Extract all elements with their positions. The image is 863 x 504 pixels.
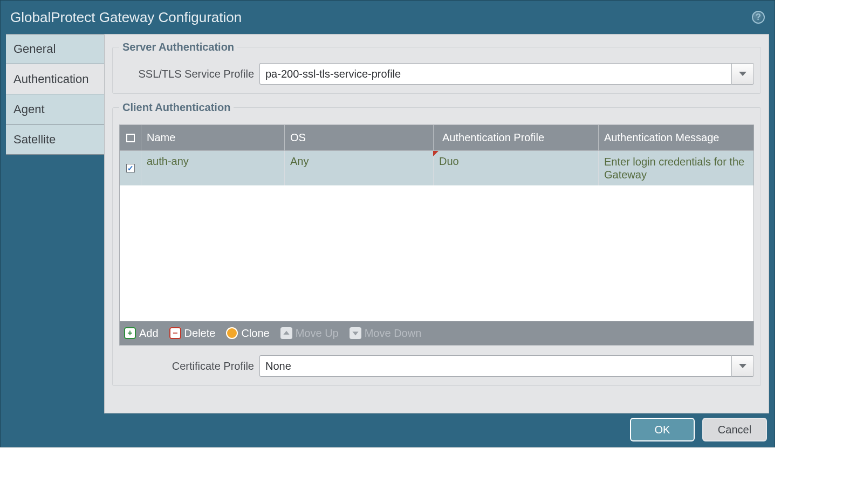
table-body: ✓ auth-any Any Duo Enter login credentia… [120,151,754,321]
move-up-button-label: Move Up [296,327,339,340]
side-tabs: General Authentication Agent Satellite [6,34,104,413]
header-auth-profile[interactable]: Authentication Profile [434,125,599,151]
checkbox-checked-icon: ✓ [126,164,135,172]
header-name[interactable]: Name [141,125,285,151]
clone-button-label: Clone [241,327,269,340]
content-pane: Server Authentication SSL/TLS Service Pr… [104,34,769,413]
minus-icon: − [169,327,181,339]
row-auth-profile: Duo [434,151,599,185]
chevron-down-icon [739,72,746,76]
client-auth-group: Client Authentication Name OS Authentica… [112,101,761,386]
tab-authentication-label: Authentication [13,72,88,86]
dialog-footer: OK Cancel [1,418,767,441]
help-icon[interactable]: ? [752,11,765,24]
cancel-button[interactable]: Cancel [702,418,767,441]
ssl-profile-select[interactable]: pa-200-ssl-tls-service-profile [259,63,754,85]
add-button[interactable]: +Add [124,327,159,340]
chevron-down-icon [739,364,746,368]
tab-authentication[interactable]: Authentication [6,64,104,94]
tab-satellite[interactable]: Satellite [6,125,104,155]
dialog-title: GlobalProtect Gateway Configuration [10,9,242,26]
certificate-profile-row: Certificate Profile None [119,355,754,377]
add-button-label: Add [139,327,159,340]
certificate-profile-value: None [259,355,731,377]
ok-button[interactable]: OK [630,418,695,441]
move-up-button[interactable]: Move Up [280,327,339,340]
arrow-up-icon [280,327,292,339]
row-name: auth-any [141,151,285,185]
tab-agent[interactable]: Agent [6,94,104,125]
clone-icon [226,327,238,339]
table-toolbar: +Add −Delete Clone Move Up Move Down [120,321,754,345]
checkbox-icon [126,134,135,142]
delete-button[interactable]: −Delete [169,327,216,340]
dropdown-arrow-icon[interactable] [731,355,754,377]
row-checkbox-cell[interactable]: ✓ [120,151,141,185]
row-os: Any [285,151,434,185]
client-auth-table: Name OS Authentication Profile Authentic… [119,125,754,346]
arrow-down-icon [350,327,361,339]
dialog-body: General Authentication Agent Satellite S… [6,34,769,413]
dropdown-arrow-icon[interactable] [731,63,754,85]
tab-satellite-label: Satellite [13,133,56,147]
plus-icon: + [124,327,136,339]
tab-agent-label: Agent [13,102,45,116]
server-auth-group: Server Authentication SSL/TLS Service Pr… [112,41,761,94]
header-os[interactable]: OS [285,125,434,151]
certificate-profile-label: Certificate Profile [119,360,254,372]
cancel-button-label: Cancel [718,424,751,436]
ssl-profile-value: pa-200-ssl-tls-service-profile [259,63,731,85]
move-down-button[interactable]: Move Down [350,327,422,340]
clone-button[interactable]: Clone [226,327,269,340]
row-auth-message: Enter login credentials for the Gateway [599,151,754,185]
titlebar: GlobalProtect Gateway Configuration ? [1,1,775,34]
table-row[interactable]: ✓ auth-any Any Duo Enter login credentia… [120,151,754,185]
client-auth-legend: Client Authentication [119,101,234,114]
header-checkbox-cell[interactable] [120,125,141,151]
table-header: Name OS Authentication Profile Authentic… [120,125,754,151]
ssl-profile-row: SSL/TLS Service Profile pa-200-ssl-tls-s… [119,63,754,85]
move-down-button-label: Move Down [365,327,422,340]
tab-general-label: General [13,42,56,56]
ok-button-label: OK [655,424,670,436]
delete-button-label: Delete [184,327,216,340]
dialog: GlobalProtect Gateway Configuration ? Ge… [0,0,775,447]
server-auth-legend: Server Authentication [119,41,237,53]
ssl-profile-label: SSL/TLS Service Profile [119,68,254,80]
header-auth-message[interactable]: Authentication Message [599,125,754,151]
tab-general[interactable]: General [6,34,104,64]
certificate-profile-select[interactable]: None [259,355,754,377]
